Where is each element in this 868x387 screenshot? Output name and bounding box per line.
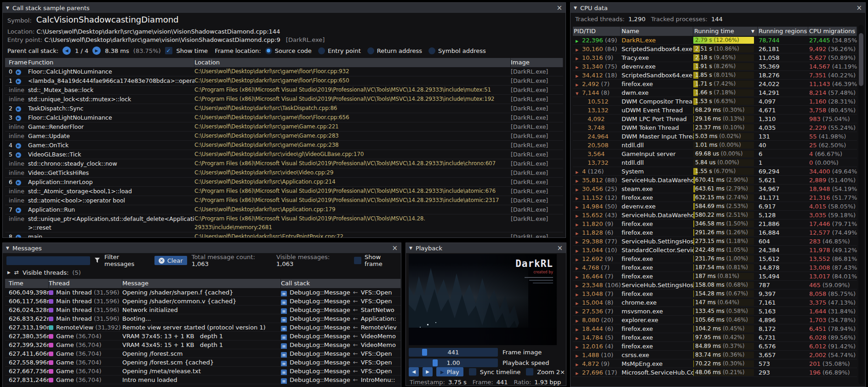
callstack-row[interactable]: 1▶<lambda_84a19dc444fae966ca174e83e708bd…: [5, 76, 563, 86]
expand-arrow-icon[interactable]: ▶: [576, 352, 582, 359]
column-header-pid-tid[interactable]: PID/TID: [573, 27, 621, 36]
column-header-running-time[interactable]: Running time ▼: [693, 27, 758, 36]
cpu-row[interactable]: 3,748DWM Token Thread23.37 ms (0.10%)4,0…: [573, 123, 857, 132]
cpu-row[interactable]: ▶35,812 (88)ServiceHub.DataWarehou670.41…: [573, 176, 857, 185]
callstack-row[interactable]: inlinestd::atomic<bool>::operator boolC:…: [5, 196, 563, 205]
cpu-row[interactable]: ▶30,160 (84)ScriptedSandbox64.exe2.51 s …: [573, 45, 857, 53]
message-row[interactable]: 606,049,398nsMain thread (31,596)Opening…: [5, 288, 401, 297]
callstack-icon[interactable]: ≡: [281, 291, 287, 296]
expand-arrow-icon[interactable]: ▶: [576, 334, 582, 341]
cpu-row[interactable]: ▶2,492 (7)firefox.exe1.71 s (7.42%)24,02…: [573, 80, 857, 88]
cpu-row[interactable]: ▶27,696 (17)Microsoft.ServiceHub.Co48.06…: [573, 368, 857, 377]
show-frame-checkbox[interactable]: [354, 257, 361, 264]
callstack-icon[interactable]: ≡: [281, 335, 287, 340]
message-row[interactable]: 627,313,190nsRemoteView (31,392)Remote v…: [5, 323, 401, 332]
message-callstack[interactable]: ≡DebugLog::Message←VFS::Open: [281, 358, 401, 366]
cpu-row[interactable]: ▶12,692 (9)firefox.exe231.76 ms (1.00%)1…: [573, 254, 857, 263]
expand-arrow-icon[interactable]: ▶: [576, 360, 582, 368]
callstack-icon[interactable]: ≡: [281, 308, 287, 314]
callstack-row[interactable]: inlinestd::unique_ptr<Application,std::d…: [5, 214, 563, 232]
cpu-row[interactable]: ▶4 (126)System1.55 s (6.70%)69,29434,400…: [573, 167, 857, 176]
cpu-row[interactable]: ▶4,872 (9)MsMpEng.exe70.22 ms (0.30%)573…: [573, 359, 857, 368]
clear-button[interactable]: × Clear: [154, 256, 187, 265]
cpu-row[interactable]: ▶10,316 (9)Tracy.exe2.18 s (9.45%)11,058…: [573, 53, 857, 62]
message-callstack[interactable]: ≡DebugLog::Message←RemoteViev: [281, 323, 401, 331]
callstack-titlebar[interactable]: ▼ Call stack sample parents ×: [3, 3, 565, 13]
expand-arrow-icon[interactable]: ▶: [576, 299, 582, 306]
frame-jump-icon[interactable]: ▶: [16, 69, 21, 75]
cpu-row[interactable]: 24,964DWM Master Input Threa5.03 ms (0.0…: [573, 132, 857, 141]
callstack-row[interactable]: inlinestd::_Atomic_storage<bool,1>::load…: [5, 187, 563, 196]
expand-arrow-icon[interactable]: ▶: [576, 37, 582, 44]
filter-input[interactable]: [6, 256, 90, 265]
radio-circle-icon[interactable]: [367, 47, 374, 54]
expand-arrow-icon[interactable]: ▶: [576, 63, 582, 70]
message-row[interactable]: 627,399,326nsGame (36,704)VRAM 43x45: 15…: [5, 341, 401, 349]
cpu-row[interactable]: ▶14,784 (5)firefox.exe97.95 ms (0.42%)6,…: [573, 333, 857, 342]
cpu-row[interactable]: ▶16,464 (7)firefox.exe187 ms (0.81%)15,4…: [573, 272, 857, 281]
show-time-checkbox[interactable]: ✓: [165, 47, 172, 54]
frame-jump-icon[interactable]: ▶: [16, 180, 21, 185]
close-icon[interactable]: ×: [856, 5, 862, 12]
message-row[interactable]: 626,833,622nsMain thread (31,596)Booting…: [5, 314, 401, 323]
expand-arrow-icon[interactable]: ▶: [576, 308, 582, 315]
next-frame-button[interactable]: ▶: [423, 367, 433, 376]
message-row[interactable]: 627,831,246nsGame (36,704)Intro menu loa…: [5, 375, 401, 384]
cpu-row[interactable]: ▶11,152 (12)firefox.exe632.15 ms (2.74%)…: [573, 193, 857, 202]
expand-arrow-icon[interactable]: ▶: [576, 290, 582, 298]
cpu-row[interactable]: ▶30,456 (25)steam.exe643.61 ms (2.79%)34…: [573, 185, 857, 193]
radio-entry-point[interactable]: Entry point: [318, 47, 361, 54]
message-row[interactable]: 627,380,356nsGame (36,704)VRAM 37x45: 13…: [5, 332, 401, 341]
prev-callstack-button[interactable]: ◀: [63, 46, 71, 55]
radio-circle-icon[interactable]: [318, 47, 325, 54]
message-callstack[interactable]: ≡DebugLog::Message←VFS::Open: [281, 297, 401, 305]
callstack-row[interactable]: inlineGame::RenderFloorC:\Users\wolf\Des…: [5, 122, 563, 132]
visible-threads-row[interactable]: ▶ ⇄ Visible threads: (5): [7, 268, 81, 277]
callstack-row[interactable]: 3▶Floor::CalcLightNoLuminanceC:\Users\wo…: [5, 113, 563, 122]
expand-arrow-icon[interactable]: ▶: [576, 212, 582, 219]
playback-titlebar[interactable]: ▼ Playback ×: [406, 243, 566, 253]
next-callstack-button[interactable]: ▶: [92, 46, 101, 55]
cpu-row[interactable]: ▶11,820 (9)firefox.exe346.58 ms (1.50%)2…: [573, 219, 857, 228]
radio-circle-icon[interactable]: [265, 47, 272, 54]
expand-arrow-icon[interactable]: ▶: [576, 72, 582, 79]
frame-jump-icon[interactable]: ▶: [16, 235, 21, 237]
frame-jump-icon[interactable]: ▶: [16, 79, 21, 84]
collapse-arrow-icon[interactable]: ▼: [576, 89, 582, 97]
cpu-row[interactable]: 13,132uDWM Event Thread68.29 ms (0.30%)4…: [573, 106, 857, 115]
sync-timeline-checkbox[interactable]: [469, 368, 476, 375]
cpu-scrollbar[interactable]: [858, 25, 864, 384]
frame-image-slider[interactable]: 441: [409, 348, 498, 357]
callstack-row[interactable]: inlineGame::UpdateC:\Users\wolf\Desktop\…: [5, 132, 563, 141]
message-row[interactable]: 627,411,606nsGame (36,704)Opening /fores…: [5, 349, 401, 358]
message-row[interactable]: 627,558,996nsGame (36,704)Opening /fores…: [5, 358, 401, 367]
callstack-row[interactable]: 2▶TaskDispatch::SyncC:\Users\wolf\Deskto…: [5, 104, 563, 113]
cpu-row[interactable]: ▶1,488 (10)csrss.exe83.74 ms (0.36%)3,65…: [573, 351, 857, 359]
cpu-row[interactable]: 13,732ntdll.dll5.84 us (0.00%)10 (0.00%): [573, 158, 857, 167]
expand-arrow-icon[interactable]: ▶: [576, 247, 582, 254]
callstack-icon[interactable]: ≡: [281, 317, 287, 323]
message-callstack[interactable]: ≡DebugLog::Message←VFS::Open: [281, 349, 401, 358]
frame-jump-icon[interactable]: ▶: [16, 152, 21, 158]
callstack-row[interactable]: 8▶mainC:\Users\wolf\Desktop\darkrl\src\E…: [5, 232, 563, 237]
callstack-icon[interactable]: ≡: [281, 343, 287, 349]
cpu-row[interactable]: ▶15,004 (8)chrome.exe147 ms (0.64%)7,161…: [573, 298, 857, 307]
callstack-row[interactable]: inlineVideo::GetTicksHiResC:\Users\wolf\…: [5, 168, 563, 178]
cpu-row[interactable]: ▶23,348 (106)ServiceHub.SettingsHost158.…: [573, 281, 857, 289]
cpu-row[interactable]: ▶12,016 (4)firefox.exe84.89 ms (0.37%)6,…: [573, 342, 857, 351]
radio-source-code[interactable]: Source code: [265, 47, 312, 54]
expand-arrow-icon[interactable]: ▶: [576, 229, 582, 237]
collapse-arrow-icon[interactable]: ▼: [6, 6, 9, 10]
message-callstack[interactable]: ≡DebugLog::Message←StartNetwo: [281, 306, 401, 314]
callstack-row[interactable]: 6▶Application::InnerLoopC:\Users\wolf\De…: [5, 178, 563, 187]
collapse-arrow-icon[interactable]: ▼: [409, 246, 412, 250]
expand-arrow-icon[interactable]: ▶: [576, 203, 582, 210]
column-header-cpu-migrations[interactable]: CPU migrations: [808, 27, 857, 36]
cpu-row[interactable]: 4,092DWM LPC Port Thread29.16 ms (0.13%)…: [573, 115, 857, 123]
message-row[interactable]: 606,117,568nsMain thread (31,596)Opening…: [5, 297, 401, 306]
callstack-icon[interactable]: ≡: [281, 378, 287, 384]
expand-arrow-icon[interactable]: ▶: [7, 270, 11, 275]
collapse-arrow-icon[interactable]: ▼: [574, 6, 577, 10]
expand-arrow-icon[interactable]: ▶: [576, 220, 582, 228]
cpu-row[interactable]: ▶8,080 (20)explorer.exe105.66 ms (0.46%)…: [573, 316, 857, 324]
